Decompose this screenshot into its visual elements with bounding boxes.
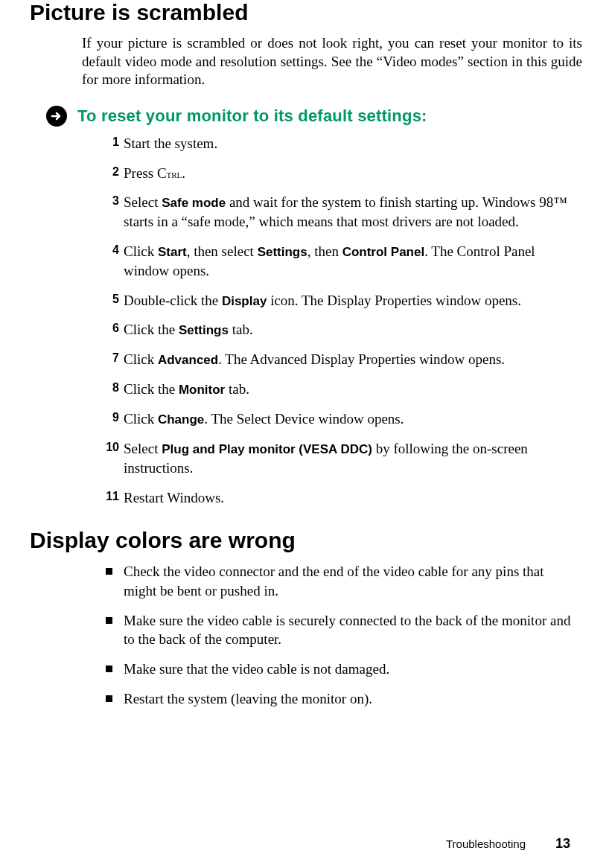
- step-text: Click: [124, 411, 158, 427]
- step-10: Select Plug and Play monitor (VESA DDC) …: [104, 439, 575, 478]
- ui-advanced: Advanced: [158, 353, 218, 367]
- bullet-4: Restart the system (leaving the monitor …: [104, 689, 575, 709]
- bullet-3: Make sure that the video cable is not da…: [104, 660, 575, 679]
- bullet-text: Check the video connector and the end of…: [124, 564, 544, 599]
- footer-section-label: Troubleshooting: [446, 837, 526, 850]
- bullet-text: Make sure that the video cable is not da…: [124, 661, 389, 677]
- ui-display: Display: [222, 294, 267, 308]
- step-text: Click the: [124, 322, 179, 337]
- key-ctrl-cap: C: [157, 165, 167, 181]
- ui-control-panel: Control Panel: [342, 245, 425, 259]
- bullet-text: Make sure the video cable is securely co…: [124, 613, 570, 648]
- steps-list: Start the system. Press Ctrl. Select Saf…: [30, 134, 582, 507]
- step-8: Click the Monitor tab.: [104, 380, 575, 399]
- bullet-text: Restart the system (leaving the monitor …: [124, 691, 372, 706]
- bullet-list: Check the video connector and the end of…: [30, 562, 582, 708]
- ui-monitor-tab: Monitor: [179, 383, 225, 397]
- ui-start: Start: [158, 245, 187, 259]
- step-text-b: . The Advanced Display Properties window…: [218, 351, 505, 367]
- footer-page-number: 13: [555, 836, 570, 852]
- step-text: Start the system.: [124, 135, 217, 151]
- intro-paragraph: If your picture is scrambled or does not…: [30, 34, 582, 89]
- step-text-b: tab.: [229, 322, 253, 337]
- step-text-end: .: [182, 165, 185, 181]
- ui-settings-tab: Settings: [179, 323, 229, 337]
- arrow-circle-icon: [46, 106, 67, 127]
- page: Picture is scrambled If your picture is …: [0, 0, 612, 868]
- step-text: Restart Windows.: [124, 490, 224, 505]
- procedure-heading-row: To reset your monitor to its default set…: [30, 106, 582, 127]
- step-4: Click Start, then select Settings, then …: [104, 242, 575, 281]
- step-text: Press: [124, 165, 157, 181]
- step-1: Start the system.: [104, 134, 575, 153]
- step-3: Select Safe mode and wait for the system…: [104, 193, 575, 232]
- step-text: Double-click the: [124, 293, 222, 308]
- heading-display-colors: Display colors are wrong: [30, 528, 582, 553]
- step-text: Click the: [124, 381, 179, 397]
- step-text: Select: [124, 194, 162, 210]
- step-9: Click Change. The Select Device window o…: [104, 409, 575, 429]
- step-6: Click the Settings tab.: [104, 320, 575, 339]
- step-text: Click: [124, 243, 158, 259]
- bullet-2: Make sure the video cable is securely co…: [104, 611, 575, 649]
- ui-settings: Settings: [258, 245, 307, 259]
- step-text-b: tab.: [225, 381, 249, 397]
- step-11: Restart Windows.: [104, 488, 575, 508]
- page-footer: Troubleshooting 13: [446, 836, 570, 852]
- step-text: Select: [124, 441, 162, 456]
- heading-picture-scrambled: Picture is scrambled: [30, 0, 582, 25]
- step-text: Click: [124, 351, 158, 367]
- procedure-title: To reset your monitor to its default set…: [77, 106, 427, 126]
- step-text-b: , then select: [187, 243, 258, 259]
- step-7: Click Advanced. The Advanced Display Pro…: [104, 350, 575, 369]
- step-text-b: . The Select Device window opens.: [204, 411, 404, 427]
- key-ctrl: Ctrl: [157, 165, 182, 181]
- key-ctrl-rest: trl: [167, 167, 182, 180]
- step-5: Double-click the Display icon. The Displ…: [104, 291, 575, 310]
- ui-pnp-monitor: Plug and Play monitor (VESA DDC): [162, 442, 372, 456]
- ui-safe-mode: Safe mode: [162, 196, 226, 210]
- ui-change: Change: [158, 412, 204, 427]
- step-2: Press Ctrl.: [104, 164, 575, 183]
- step-text-c: , then: [307, 243, 342, 259]
- step-text-b: icon. The Display Properties window open…: [267, 293, 521, 308]
- bullet-1: Check the video connector and the end of…: [104, 562, 575, 600]
